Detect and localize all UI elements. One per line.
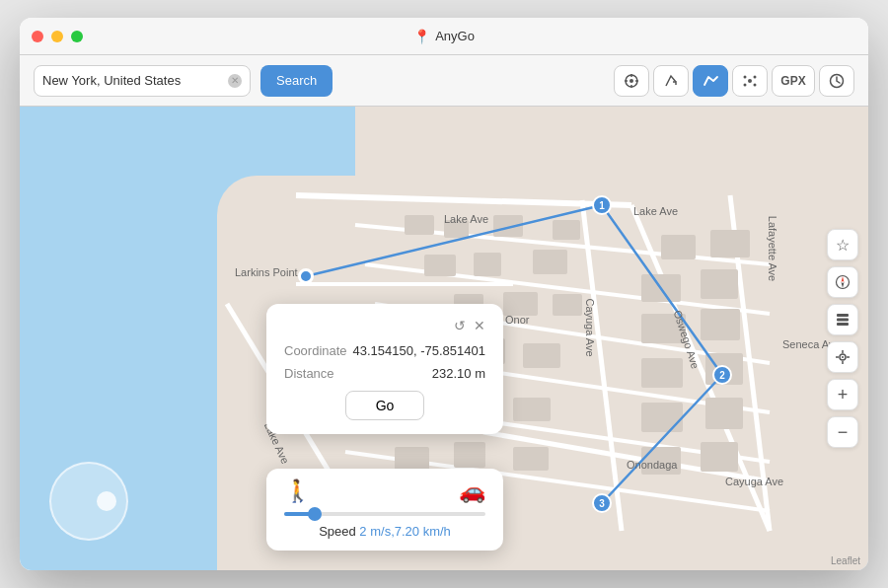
waypoint-start[interactable] bbox=[298, 268, 314, 284]
popup-header: ↺ ✕ bbox=[284, 318, 485, 333]
map-area[interactable]: Lake Ave Lake Ave Lafayette Ave Cayuga A… bbox=[20, 107, 868, 570]
svg-rect-38 bbox=[553, 294, 582, 316]
history-button[interactable] bbox=[819, 65, 854, 97]
svg-rect-33 bbox=[533, 250, 567, 274]
svg-point-7 bbox=[744, 75, 747, 78]
svg-point-6 bbox=[748, 79, 752, 83]
svg-point-9 bbox=[744, 83, 747, 86]
car-icon: 🚗 bbox=[459, 478, 485, 504]
waypoint-2[interactable]: 2 bbox=[712, 365, 732, 385]
label-lafayette-ave: Lafayette Ave bbox=[767, 216, 778, 281]
toolbar-icons: GPX bbox=[614, 65, 854, 97]
speed-panel: 🚶 🚗 Speed 2 m/s,7.20 km/h bbox=[266, 469, 503, 551]
walk-icon: 🚶 bbox=[284, 478, 311, 504]
locate-button[interactable] bbox=[827, 341, 858, 373]
svg-rect-25 bbox=[405, 215, 434, 235]
svg-rect-37 bbox=[503, 292, 538, 316]
svg-rect-53 bbox=[513, 447, 549, 471]
app-window: 📍 AnyGo ✕ Search bbox=[20, 18, 868, 570]
pin-icon: 📍 bbox=[413, 29, 430, 44]
distance-row: Distance 232.10 m bbox=[284, 366, 485, 381]
svg-marker-59 bbox=[842, 276, 845, 282]
coordinate-row: Coordinate 43.154150, -75.851401 bbox=[284, 343, 485, 358]
label-onondaga: Onondaga bbox=[627, 459, 677, 471]
waypoint-1[interactable]: 1 bbox=[592, 195, 612, 215]
close-popup-button[interactable]: ✕ bbox=[474, 318, 485, 333]
svg-rect-30 bbox=[710, 230, 750, 257]
svg-point-65 bbox=[842, 356, 844, 358]
search-box: ✕ bbox=[34, 65, 251, 97]
go-button[interactable]: Go bbox=[345, 391, 424, 420]
label-larkins-point: Larkins Point bbox=[235, 266, 298, 278]
svg-rect-44 bbox=[641, 358, 683, 388]
scatter-tool-button[interactable] bbox=[732, 65, 768, 97]
window-title: 📍 AnyGo bbox=[413, 29, 475, 44]
search-input[interactable] bbox=[42, 73, 222, 88]
joystick-thumb bbox=[97, 491, 116, 511]
speed-slider[interactable] bbox=[284, 512, 485, 516]
svg-rect-31 bbox=[424, 255, 456, 276]
label-lake-ave-1: Lake Ave bbox=[444, 213, 488, 225]
speed-slider-thumb[interactable] bbox=[308, 507, 322, 521]
label-lake-ave-2: Lake Ave bbox=[633, 205, 678, 217]
svg-rect-61 bbox=[837, 314, 849, 317]
svg-rect-48 bbox=[513, 398, 551, 421]
label-cayuga-ave-1: Cayuga Ave bbox=[584, 298, 596, 356]
leaflet-attribution: Leaflet bbox=[831, 555, 860, 566]
favorites-button[interactable]: ☆ bbox=[827, 229, 858, 260]
label-cayuga-ave-2: Cayuga Ave bbox=[725, 476, 783, 487]
svg-rect-35 bbox=[701, 269, 738, 299]
svg-rect-32 bbox=[474, 253, 501, 276]
svg-rect-51 bbox=[395, 447, 429, 471]
multi-route-tool-button[interactable] bbox=[693, 65, 728, 97]
clear-button[interactable]: ✕ bbox=[228, 74, 242, 88]
svg-rect-55 bbox=[701, 442, 738, 472]
crosshair-tool-button[interactable] bbox=[614, 65, 649, 97]
minimize-button[interactable] bbox=[51, 31, 63, 42]
titlebar: 📍 AnyGo bbox=[20, 18, 868, 55]
speed-text: Speed 2 m/s,7.20 km/h bbox=[284, 524, 485, 539]
zoom-in-button[interactable]: + bbox=[827, 379, 858, 410]
svg-rect-28 bbox=[553, 220, 580, 240]
svg-point-10 bbox=[754, 83, 757, 86]
search-button[interactable]: Search bbox=[260, 65, 333, 97]
svg-rect-52 bbox=[454, 442, 485, 468]
svg-rect-49 bbox=[641, 403, 683, 432]
gpx-button[interactable]: GPX bbox=[772, 65, 815, 97]
undo-button[interactable]: ↺ bbox=[454, 318, 466, 333]
svg-marker-60 bbox=[842, 282, 845, 288]
svg-rect-50 bbox=[705, 398, 743, 429]
right-tools: ☆ bbox=[827, 229, 858, 448]
layers-button[interactable] bbox=[827, 304, 858, 335]
svg-point-5 bbox=[629, 79, 633, 83]
speed-icons: 🚶 🚗 bbox=[284, 478, 485, 504]
maximize-button[interactable] bbox=[71, 31, 83, 42]
close-button[interactable] bbox=[32, 31, 43, 42]
svg-rect-63 bbox=[837, 323, 849, 326]
joystick[interactable] bbox=[49, 462, 128, 541]
label-onor: Onor bbox=[505, 314, 529, 326]
waypoint-3[interactable]: 3 bbox=[592, 493, 612, 513]
svg-rect-43 bbox=[523, 343, 560, 368]
zoom-out-button[interactable]: − bbox=[827, 416, 858, 448]
svg-rect-40 bbox=[701, 309, 740, 340]
compass-button[interactable] bbox=[827, 266, 858, 298]
toolbar: ✕ Search bbox=[20, 55, 868, 107]
svg-point-8 bbox=[754, 75, 757, 78]
route-tool-button[interactable] bbox=[653, 65, 689, 97]
coordinate-popup: ↺ ✕ Coordinate 43.154150, -75.851401 Dis… bbox=[266, 304, 503, 434]
traffic-lights bbox=[32, 31, 83, 42]
svg-rect-62 bbox=[837, 319, 849, 322]
svg-rect-29 bbox=[661, 235, 696, 259]
